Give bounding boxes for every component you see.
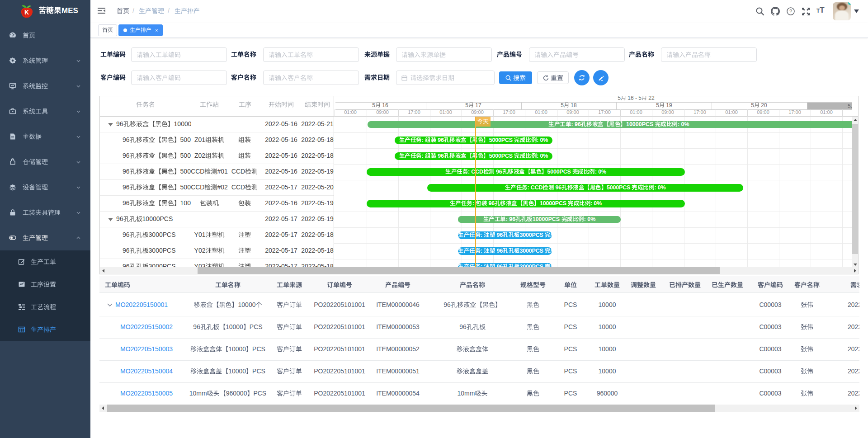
svg-text:?: ? [789,9,792,14]
svg-text:K: K [24,9,29,16]
